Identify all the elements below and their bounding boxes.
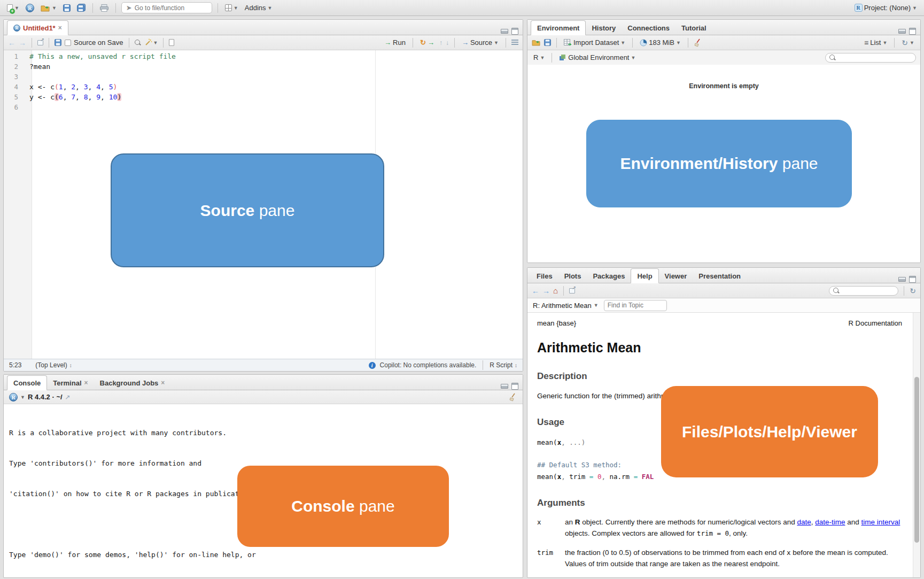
help-search-box[interactable] [829, 286, 898, 296]
source-button[interactable]: →Source▼ [460, 37, 500, 48]
tab-terminal[interactable]: Terminal× [47, 375, 94, 390]
open-in-new-window-icon[interactable] [569, 288, 575, 294]
open-in-new-window-icon[interactable] [37, 40, 43, 45]
code-tools-button[interactable]: ▼ [144, 38, 158, 47]
compile-report-icon[interactable] [169, 39, 174, 46]
run-icon: → [384, 38, 391, 47]
scope-selector[interactable]: (Top Level)↕ [35, 361, 72, 369]
language-selector[interactable]: R▼ [532, 52, 546, 63]
find-in-topic-input[interactable] [604, 300, 667, 311]
addins-menu[interactable]: Addins▼ [243, 3, 274, 13]
environment-search-input[interactable] [838, 54, 897, 61]
project-cube-icon: R [855, 4, 863, 12]
minimize-pane-icon[interactable] [501, 384, 508, 389]
save-workspace-icon[interactable] [544, 39, 551, 46]
pane-layout-button[interactable]: ▼ [223, 3, 240, 12]
copilot-status: Copilot: No completions available. [380, 361, 477, 369]
close-tab-icon[interactable]: × [161, 379, 165, 387]
tab-viewer[interactable]: Viewer [659, 268, 693, 283]
tab-background-jobs[interactable]: Background Jobs× [94, 375, 171, 390]
open-file-button[interactable]: ▼ [39, 3, 58, 13]
tab-plots[interactable]: Plots [558, 268, 587, 283]
save-icon[interactable] [55, 39, 61, 46]
memory-usage-button[interactable]: 183 MiB ▼ [638, 37, 682, 48]
project-label: Project: (None) [864, 4, 911, 12]
chevron-down-icon: ▼ [620, 40, 625, 45]
help-scrollbar-thumb[interactable] [914, 377, 919, 543]
environment-selector[interactable]: Global Environment ▼ [557, 52, 637, 63]
new-file-button[interactable]: ▼ [5, 3, 21, 13]
run-button[interactable]: →Run [383, 37, 407, 48]
cursor-position: 5:23 [9, 361, 21, 369]
tab-tutorial[interactable]: Tutorial [675, 20, 712, 35]
save-icon [63, 4, 71, 12]
print-button[interactable] [98, 3, 110, 13]
project-menu[interactable]: RProject: (None)▼ [853, 3, 919, 13]
help-scrollbar[interactable] [913, 313, 920, 577]
find-replace-icon[interactable] [135, 40, 141, 46]
source-label: Source [470, 38, 492, 47]
forward-icon[interactable]: → [19, 39, 26, 47]
list-view-button[interactable]: ≡List▼ [863, 37, 889, 48]
tab-connections[interactable]: Connections [622, 20, 675, 35]
tab-help[interactable]: Help [631, 268, 658, 283]
minimize-pane-icon[interactable] [501, 29, 508, 34]
import-dataset-icon [564, 39, 572, 46]
tab-history[interactable]: History [586, 20, 622, 35]
files-tabbar: Files Plots Packages Help Viewer Present… [527, 268, 920, 283]
save-all-button[interactable] [75, 3, 87, 13]
pane-grid-icon [225, 4, 232, 11]
help-search-input[interactable] [835, 287, 894, 295]
show-directory-icon[interactable]: ↗ [65, 393, 71, 401]
maximize-pane-icon[interactable] [511, 28, 518, 35]
goto-file-input[interactable] [135, 4, 204, 12]
back-icon[interactable]: ← [8, 39, 15, 47]
help-topic-label: R: Arithmetic Mean [533, 302, 592, 310]
maximize-pane-icon[interactable] [909, 276, 916, 283]
minimize-pane-icon[interactable] [898, 29, 906, 34]
tab-console[interactable]: Console [7, 375, 47, 390]
help-topic-selector[interactable]: R: Arithmetic Mean ▼ [533, 302, 599, 310]
document-outline-icon[interactable] [511, 40, 518, 45]
save-button[interactable] [61, 3, 72, 13]
help-toolbar: ← → ⌂ ↻ [527, 283, 920, 298]
source-on-save-checkbox[interactable] [65, 40, 71, 46]
rstudio-window: ▼ R ▼ ➤ ▼ Addins▼ RProject: (None)▼ R Un… [0, 0, 924, 579]
callout-console-pane: Console pane [237, 466, 449, 547]
refresh-button[interactable]: ↻▼ [900, 37, 916, 48]
rerun-button[interactable]: ↻→ [418, 37, 436, 48]
toolbar-separator [115, 3, 116, 13]
tab-packages[interactable]: Packages [587, 268, 631, 283]
r-logo-icon[interactable]: R [9, 393, 18, 402]
tab-untitled1[interactable]: R Untitled1* × [7, 20, 68, 35]
new-project-button[interactable]: R [24, 3, 36, 13]
environment-search-box[interactable] [825, 53, 916, 63]
language-mode-selector[interactable]: R Script↕ [490, 361, 517, 369]
import-dataset-button[interactable]: Import Dataset ▼ [562, 37, 627, 48]
clear-environment-icon[interactable] [694, 38, 702, 47]
minimize-pane-icon[interactable] [898, 277, 906, 282]
run-next-icon[interactable]: ↓ [446, 39, 449, 47]
close-tab-icon[interactable]: × [58, 24, 62, 32]
close-tab-icon[interactable]: × [84, 379, 88, 387]
editor-line: 3 [4, 72, 523, 82]
tab-environment[interactable]: Environment [531, 20, 586, 35]
help-home-icon[interactable]: ⌂ [553, 287, 558, 295]
help-back-icon[interactable]: ← [532, 287, 539, 295]
help-forward-icon[interactable]: → [542, 287, 550, 295]
maximize-pane-icon[interactable] [909, 28, 916, 35]
load-workspace-icon[interactable] [532, 39, 541, 46]
open-folder-icon [41, 4, 50, 12]
refresh-icon[interactable]: ↻ [910, 287, 916, 295]
rerun-icon: ↻ [420, 38, 426, 47]
run-previous-icon[interactable]: ↑ [439, 39, 442, 47]
maximize-pane-icon[interactable] [511, 383, 518, 390]
console-tabbar: Console Terminal× Background Jobs× [4, 375, 523, 390]
tab-title: Untitled1* [23, 24, 56, 32]
source-status-bar: 5:23 (Top Level)↕ i Copilot: No completi… [4, 359, 523, 371]
tab-files[interactable]: Files [531, 268, 558, 283]
updown-icon: ↕ [69, 362, 72, 368]
tab-presentation[interactable]: Presentation [693, 268, 747, 283]
goto-file-box[interactable]: ➤ [121, 2, 212, 13]
clear-console-icon[interactable] [509, 393, 517, 402]
